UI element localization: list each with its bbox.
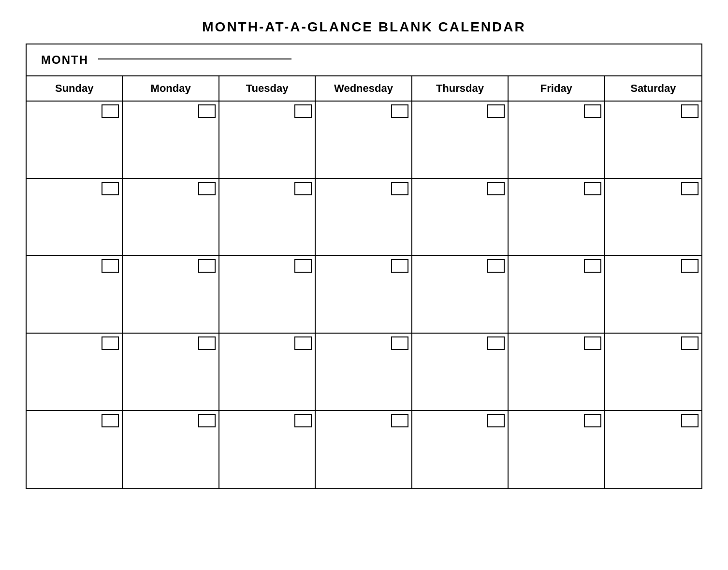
calendar-cell[interactable] — [412, 334, 509, 411]
date-box — [391, 182, 408, 195]
calendar-cell[interactable] — [412, 102, 509, 179]
day-header-sunday: Sunday — [27, 76, 123, 101]
date-box — [487, 259, 505, 273]
calendar-cell[interactable] — [27, 256, 123, 334]
date-box — [487, 414, 505, 427]
month-header: MONTH — [27, 44, 701, 76]
calendar-cell[interactable] — [509, 179, 605, 256]
date-box — [584, 104, 601, 118]
date-box — [487, 104, 505, 118]
calendar-cell[interactable] — [123, 102, 219, 179]
page-title: MONTH-AT-A-GLANCE BLANK CALENDAR — [26, 19, 702, 35]
calendar-cell[interactable] — [219, 256, 316, 334]
page-wrapper: MONTH-AT-A-GLANCE BLANK CALENDAR MONTH S… — [16, 10, 712, 499]
date-box — [198, 182, 216, 195]
day-header-monday: Monday — [123, 76, 219, 101]
date-box — [294, 182, 312, 195]
calendar-cell[interactable] — [219, 179, 316, 256]
date-box — [584, 259, 601, 273]
calendar-grid — [27, 102, 701, 488]
calendar-cell[interactable] — [219, 334, 316, 411]
date-box — [391, 104, 408, 118]
date-box — [391, 336, 408, 350]
date-box — [294, 104, 312, 118]
calendar-cell[interactable] — [412, 411, 509, 488]
calendar-cell[interactable] — [605, 411, 701, 488]
date-box — [102, 336, 119, 350]
calendar-cell[interactable] — [123, 411, 219, 488]
date-box — [198, 104, 216, 118]
day-header-thursday: Thursday — [412, 76, 509, 101]
calendar-cell[interactable] — [509, 411, 605, 488]
calendar-cell[interactable] — [123, 256, 219, 334]
calendar-cell[interactable] — [412, 179, 509, 256]
month-line — [98, 58, 291, 59]
date-box — [681, 336, 699, 350]
calendar-cell[interactable] — [316, 102, 412, 179]
calendar-cell[interactable] — [509, 334, 605, 411]
date-box — [584, 336, 601, 350]
calendar-cell[interactable] — [123, 334, 219, 411]
date-box — [681, 182, 699, 195]
date-box — [391, 414, 408, 427]
date-box — [294, 259, 312, 273]
date-box — [102, 104, 119, 118]
date-box — [102, 182, 119, 195]
date-box — [681, 104, 699, 118]
date-box — [681, 259, 699, 273]
calendar-outer: MONTH SundayMondayTuesdayWednesdayThursd… — [26, 44, 702, 489]
calendar-cell[interactable] — [316, 334, 412, 411]
calendar-cell[interactable] — [27, 334, 123, 411]
calendar-cell[interactable] — [605, 334, 701, 411]
day-header-friday: Friday — [509, 76, 605, 101]
calendar-cell[interactable] — [27, 179, 123, 256]
date-box — [102, 259, 119, 273]
day-header-tuesday: Tuesday — [219, 76, 316, 101]
date-box — [487, 182, 505, 195]
date-box — [584, 414, 601, 427]
calendar-cell[interactable] — [412, 256, 509, 334]
date-box — [198, 414, 216, 427]
calendar-cell[interactable] — [27, 102, 123, 179]
date-box — [198, 336, 216, 350]
calendar-cell[interactable] — [316, 256, 412, 334]
calendar-cell[interactable] — [605, 102, 701, 179]
calendar-cell[interactable] — [509, 102, 605, 179]
date-box — [198, 259, 216, 273]
days-header: SundayMondayTuesdayWednesdayThursdayFrid… — [27, 76, 701, 102]
date-box — [584, 182, 601, 195]
month-label: MONTH — [41, 53, 88, 67]
calendar-cell[interactable] — [509, 256, 605, 334]
calendar-cell[interactable] — [27, 411, 123, 488]
day-header-saturday: Saturday — [605, 76, 701, 101]
day-header-wednesday: Wednesday — [316, 76, 412, 101]
calendar-cell[interactable] — [123, 179, 219, 256]
calendar-cell[interactable] — [219, 411, 316, 488]
date-box — [294, 414, 312, 427]
calendar-cell[interactable] — [316, 411, 412, 488]
calendar-cell[interactable] — [316, 179, 412, 256]
date-box — [102, 414, 119, 427]
calendar-cell[interactable] — [605, 179, 701, 256]
date-box — [487, 336, 505, 350]
date-box — [391, 259, 408, 273]
date-box — [294, 336, 312, 350]
calendar-cell[interactable] — [605, 256, 701, 334]
date-box — [681, 414, 699, 427]
calendar-cell[interactable] — [219, 102, 316, 179]
